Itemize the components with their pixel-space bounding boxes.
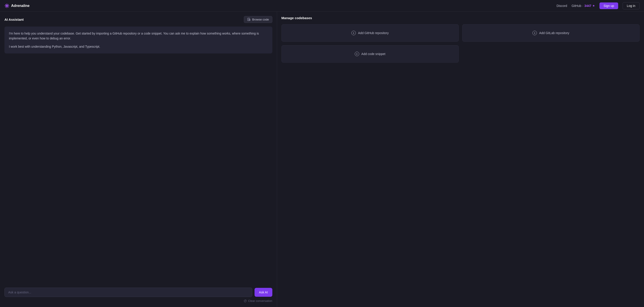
svg-line-6 bbox=[8, 6, 8, 7]
main-container: AI Assistant Browse code I'm here to hel… bbox=[0, 12, 644, 307]
add-gitlab-plus-icon: + bbox=[532, 31, 537, 35]
add-gitlab-label: Add GitLab repository bbox=[539, 31, 569, 35]
chat-input[interactable] bbox=[4, 288, 252, 297]
add-gitlab-repository-card[interactable]: + Add GitLab repository bbox=[462, 24, 640, 42]
left-panel: AI Assistant Browse code I'm here to hel… bbox=[0, 12, 277, 307]
logo-icon bbox=[4, 3, 9, 8]
github-link[interactable]: GitHub · 3447 ★ bbox=[572, 4, 595, 8]
right-panel: Manage codebases + Add GitHub repository… bbox=[277, 12, 644, 307]
input-row: Ask AI bbox=[4, 285, 272, 297]
add-github-label: Add GitHub repository bbox=[358, 31, 389, 35]
codebase-grid: + Add GitHub repository + Add GitLab rep… bbox=[282, 24, 640, 63]
signup-button[interactable]: Sign up bbox=[600, 3, 618, 9]
github-count: 3447 bbox=[584, 4, 591, 8]
github-label: GitHub bbox=[572, 4, 582, 8]
clear-conversation-button[interactable]: Clear conversation bbox=[4, 299, 272, 302]
add-github-plus-icon: + bbox=[352, 31, 356, 35]
ai-message-line1: I'm here to help you understand your cod… bbox=[9, 31, 268, 41]
logo-text: Adrenaline bbox=[11, 4, 30, 8]
github-separator: · bbox=[582, 4, 583, 8]
add-github-repository-card[interactable]: + Add GitHub repository bbox=[282, 24, 459, 42]
login-button[interactable]: Log in bbox=[622, 2, 640, 9]
logo: Adrenaline bbox=[4, 3, 30, 8]
star-icon: ★ bbox=[592, 4, 595, 7]
svg-line-7 bbox=[8, 4, 8, 5]
browse-code-button[interactable]: Browse code bbox=[244, 16, 272, 23]
ai-message-line2: I work best with understanding Python, J… bbox=[9, 44, 268, 49]
clear-icon bbox=[244, 299, 247, 302]
chat-area bbox=[4, 54, 272, 285]
svg-line-5 bbox=[6, 4, 6, 5]
app-header: Adrenaline Discord GitHub · 3447 ★ Sign … bbox=[0, 0, 644, 12]
header-nav: Discord GitHub · 3447 ★ Sign up Log in bbox=[556, 2, 640, 9]
add-code-snippet-card[interactable]: + Add code snippet bbox=[282, 45, 459, 63]
discord-link[interactable]: Discord bbox=[556, 4, 567, 8]
ai-assistant-title: AI Assistant bbox=[4, 18, 24, 21]
ai-message-box: I'm here to help you understand your cod… bbox=[4, 27, 272, 54]
manage-codebases-title: Manage codebases bbox=[282, 16, 640, 20]
browse-code-label: Browse code bbox=[252, 18, 269, 21]
left-panel-header: AI Assistant Browse code bbox=[4, 16, 272, 23]
ask-ai-button[interactable]: Ask AI bbox=[254, 288, 272, 297]
browse-code-icon bbox=[247, 18, 250, 21]
clear-conversation-label: Clear conversation bbox=[248, 299, 272, 302]
add-snippet-plus-icon: + bbox=[355, 52, 359, 56]
input-section: Ask AI Clear conversation bbox=[4, 285, 272, 302]
svg-line-8 bbox=[6, 6, 6, 7]
add-snippet-label: Add code snippet bbox=[362, 52, 386, 56]
